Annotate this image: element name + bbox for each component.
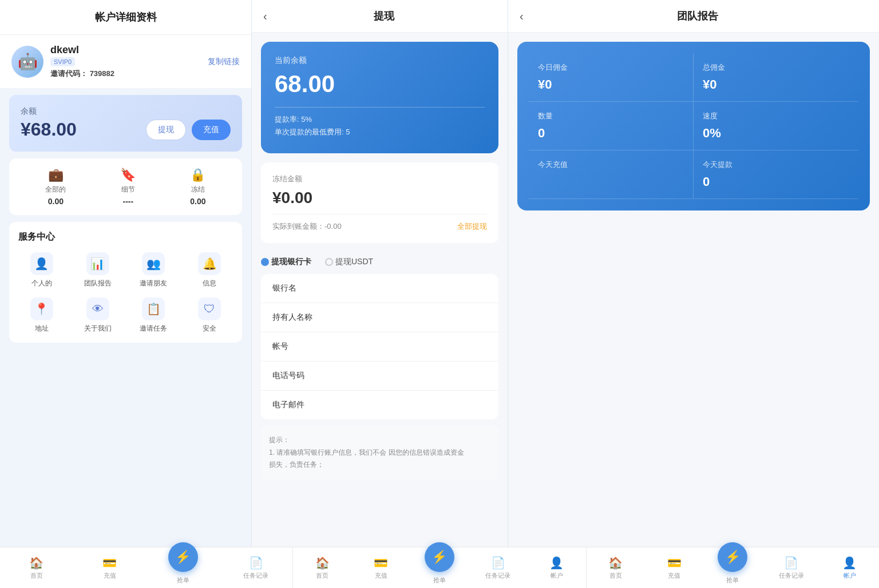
team-stat-total-commission: 总佣金 ¥0 (694, 53, 858, 102)
nav-left-home[interactable]: 🏠 首页 (0, 547, 73, 588)
withdraw-bank-tab[interactable]: 提现银行卡 (261, 257, 311, 267)
current-balance-amount: 68.00 (275, 70, 485, 98)
balance-card-divider (275, 107, 485, 108)
copy-link-button[interactable]: 复制链接 (208, 57, 240, 67)
team-stat-speed: 速度 0% (694, 102, 858, 150)
balance-card: 余额 ¥68.00 提现 充值 (9, 95, 242, 152)
location-icon: 📍 (30, 297, 53, 320)
nav-right-recharge-label: 充值 (668, 571, 680, 580)
withdraw-amount-section: 冻结金额 ¥0.00 实际到账金额：-0.00 全部提现 (261, 162, 498, 243)
bookmark-icon: 🔖 (120, 168, 136, 182)
profile-section: 🤖 dkewl SVIP0 邀请代码： 739882 复制链接 (0, 35, 251, 88)
tasks-icon-right: 📄 (784, 556, 798, 570)
nav-mid-tasks[interactable]: 📄 任务记录 (469, 547, 527, 588)
fab-grab-right[interactable]: ⚡ (718, 542, 747, 572)
tasks-icon-mid: 📄 (491, 556, 505, 570)
service-item-task[interactable]: 📋 邀请任务 (130, 297, 177, 333)
account-field[interactable]: 帐号 (261, 332, 498, 361)
recharge-icon: 💳 (102, 556, 117, 570)
nav-right-grab[interactable]: ⚡ 抢单 (703, 547, 762, 588)
bottom-nav: 🏠 首页 💳 充值 ⚡ 抢单 📄 任务记录 🏠 首页 💳 充值 (0, 547, 879, 588)
middle-panel-header: ‹ 提现 (252, 0, 508, 33)
service-item-info[interactable]: 🔔 信息 (186, 252, 233, 288)
nav-left-home-label: 首页 (30, 571, 43, 580)
nav-left-recharge[interactable]: 💳 充值 (73, 547, 146, 588)
lightning-icon-mid: ⚡ (431, 550, 447, 565)
bank-form: 银行名 持有人名称 帐号 电话号码 电子邮件 (261, 274, 498, 419)
right-home-icon: 🏠 (608, 556, 623, 570)
mid-home-icon: 🏠 (315, 556, 330, 570)
nav-right-account[interactable]: 👤 帐户 (821, 547, 879, 588)
tips-title: 提示： (269, 434, 490, 447)
service-item-security[interactable]: 🛡 安全 (186, 297, 233, 333)
nav-right-tasks-label: 任务记录 (779, 571, 804, 580)
home-icon: 🏠 (29, 556, 43, 570)
nav-mid-home[interactable]: 🏠 首页 (293, 547, 351, 588)
recharge-button[interactable]: 充值 (192, 120, 231, 140)
stats-row: 💼 全部的 0.00 🔖 细节 ---- 🔒 冻结 0.00 (9, 158, 242, 215)
service-item-team[interactable]: 📊 团队报告 (74, 252, 121, 288)
nav-right-tasks[interactable]: 📄 任务记录 (762, 547, 820, 588)
withdraw-value: ¥0.00 (272, 189, 487, 207)
stat-item-all[interactable]: 💼 全部的 0.00 (45, 168, 66, 206)
nav-mid-recharge-label: 充值 (375, 571, 387, 580)
nav-mid-account[interactable]: 👤 帐户 (527, 547, 585, 588)
withdraw-usdt-tab[interactable]: 提现USDT (325, 257, 373, 267)
service-section: 服务中心 👤 个人的 📊 团队报告 👥 邀请朋友 🔔 信息 (9, 222, 242, 343)
service-item-about[interactable]: 👁 关于我们 (74, 297, 121, 333)
nav-mid-tasks-label: 任务记录 (485, 571, 510, 580)
left-panel-title: 帐户详细资料 (0, 0, 251, 35)
nav-mid-recharge[interactable]: 💳 充值 (352, 547, 410, 588)
stat-item-detail[interactable]: 🔖 细节 ---- (120, 168, 136, 206)
freeze-label: 冻结金额 (272, 174, 487, 184)
middle-back-button[interactable]: ‹ (263, 10, 267, 23)
team-stat-today-commission: 今日佣金 ¥0 (529, 53, 694, 102)
middle-nav-section: 🏠 首页 💳 充值 ⚡ 抢单 📄 任务记录 👤 帐户 (292, 547, 585, 588)
tips-line-2: 损失，负责任务； (269, 459, 490, 471)
nav-right-home[interactable]: 🏠 首页 (587, 547, 645, 588)
middle-panel-title: 提现 (272, 9, 496, 23)
nav-mid-account-label: 帐户 (551, 571, 563, 580)
phone-field[interactable]: 电话号码 (261, 361, 498, 391)
user-badge: SVIP0 (50, 57, 75, 66)
withdraw-all-button[interactable]: 全部提现 (457, 221, 487, 232)
nav-mid-grab[interactable]: ⚡ 抢单 (410, 547, 469, 588)
team-report-grid: 今日佣金 ¥0 总佣金 ¥0 数量 0 速度 0% 今天充值 (529, 53, 858, 199)
bank-name-field[interactable]: 银行名 (261, 274, 498, 303)
nav-right-account-label: 帐户 (844, 571, 856, 580)
service-item-address[interactable]: 📍 地址 (18, 297, 65, 333)
bell-icon: 🔔 (198, 252, 221, 275)
account-icon-mid: 👤 (549, 556, 564, 570)
fab-grab-mid[interactable]: ⚡ (425, 542, 454, 572)
clipboard-icon: 📋 (142, 297, 165, 320)
nav-left-grab[interactable]: ⚡ 抢单 (146, 547, 220, 588)
avatar: 🤖 (11, 46, 43, 78)
mid-recharge-icon: 💳 (374, 556, 388, 570)
balance-display-card: 当前余额 68.00 提款率: 5% 单次提款的最低费用: 5 (261, 42, 498, 153)
tips-section: 提示： 1. 请准确填写银行账户信息，我们不会 因您的信息错误造成资金 损失，负… (261, 426, 498, 479)
balance-card-info: 提款率: 5% 单次提款的最低费用: 5 (275, 114, 485, 137)
right-nav-section: 🏠 首页 💳 充值 ⚡ 抢单 📄 任务记录 👤 帐户 (586, 547, 879, 588)
service-item-personal[interactable]: 👤 个人的 (18, 252, 65, 288)
person-icon: 👤 (30, 252, 53, 275)
service-item-invite[interactable]: 👥 邀请朋友 (130, 252, 177, 288)
right-back-button[interactable]: ‹ (520, 10, 524, 23)
tasks-icon-left: 📄 (249, 556, 263, 570)
nav-left-tasks-label: 任务记录 (243, 571, 268, 580)
email-field[interactable]: 电子邮件 (261, 391, 498, 419)
withdraw-button[interactable]: 提现 (146, 120, 186, 140)
nav-right-recharge[interactable]: 💳 充值 (645, 547, 703, 588)
holder-name-field[interactable]: 持有人名称 (261, 303, 498, 332)
shield-icon: 🛡 (198, 297, 221, 320)
current-balance-label: 当前余额 (275, 55, 485, 66)
fab-grab-left[interactable]: ⚡ (168, 542, 198, 572)
right-panel-title: 团队报告 (528, 9, 868, 23)
add-person-icon: 👥 (142, 252, 165, 275)
stat-item-frozen[interactable]: 🔒 冻结 0.00 (190, 168, 205, 206)
right-panel: ‹ 团队报告 今日佣金 ¥0 总佣金 ¥0 数量 0 速度 0% (508, 0, 879, 547)
nav-left-tasks[interactable]: 📄 任务记录 (219, 547, 292, 588)
nav-left-grab-label: 抢单 (177, 576, 189, 585)
right-panel-header: ‹ 团队报告 (508, 0, 879, 33)
tips-line-1: 1. 请准确填写银行账户信息，我们不会 因您的信息错误造成资金 (269, 447, 490, 459)
withdraw-actual-row: 实际到账金额：-0.00 全部提现 (272, 214, 487, 232)
